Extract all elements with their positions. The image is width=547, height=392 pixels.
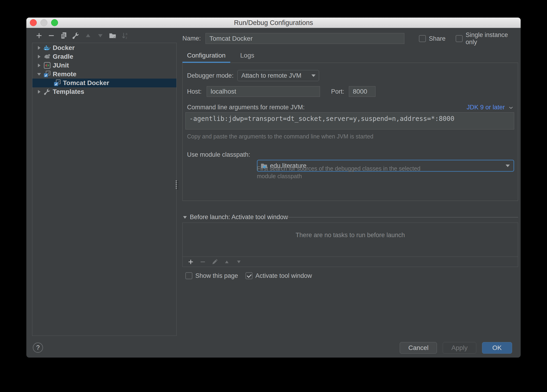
show-this-page-label: Show this page (195, 272, 238, 279)
configurations-tree: Docker Gradle JUnit Remote Tomcat Docker (32, 43, 177, 336)
module-classpath-label: Use module classpath: (187, 149, 250, 161)
remove-icon[interactable] (199, 258, 206, 265)
docker-icon (43, 44, 51, 52)
module-hint-line2: module classpath (257, 173, 302, 180)
tree-item-label: JUnit (53, 62, 69, 69)
host-label: Host: (187, 86, 202, 97)
before-launch-header[interactable]: Before launch: Activate tool window (182, 214, 288, 221)
tree-item-remote[interactable]: Remote (32, 70, 176, 79)
tree-item-junit[interactable]: JUnit (32, 61, 176, 70)
move-down-icon[interactable] (235, 258, 242, 265)
cmdline-input[interactable]: -agentlib:jdwp=transport=dt_socket,serve… (185, 112, 514, 129)
help-button[interactable]: ? (33, 343, 43, 353)
chevron-down-icon (311, 74, 315, 77)
tree-item-label: Templates (53, 88, 84, 95)
tab-logs[interactable]: Logs (240, 52, 254, 59)
port-input[interactable]: 8000 (349, 86, 376, 97)
debugger-mode-dropdown[interactable]: Attach to remote JVM (237, 70, 319, 81)
tree-item-docker[interactable]: Docker (32, 43, 176, 52)
tree-item-label: Docker (53, 44, 75, 52)
jdk-selector-label[interactable]: JDK 9 or later (466, 104, 505, 111)
section-divider (283, 217, 518, 217)
debugger-mode-label: Debugger mode: (187, 70, 233, 81)
share-options: Share Single instance only (419, 34, 521, 43)
titlebar: Run/Debug Configurations (26, 18, 521, 28)
share-checkbox[interactable] (419, 35, 426, 42)
activate-tool-window-label: Activate tool window (255, 272, 312, 279)
svg-text:a: a (126, 32, 127, 36)
active-tab-underline (182, 62, 230, 63)
cmdline-hint: Copy and paste the arguments to the comm… (187, 133, 373, 140)
tasks-toolbar (183, 257, 518, 267)
show-this-page-checkbox[interactable] (185, 272, 192, 279)
debugger-mode-value: Attach to remote JVM (241, 72, 301, 79)
expand-right-icon[interactable] (36, 45, 42, 50)
apply-button[interactable]: Apply (443, 342, 476, 354)
name-label: Name: (182, 33, 201, 44)
move-down-icon[interactable] (96, 32, 104, 40)
tree-item-label: Remote (53, 70, 76, 78)
before-launch-title: Before launch: Activate tool window (190, 214, 288, 221)
expand-down-icon[interactable] (36, 72, 42, 76)
chevron-down-icon (506, 165, 510, 167)
remote-icon (43, 70, 51, 78)
move-up-icon[interactable] (223, 258, 230, 265)
remove-icon[interactable] (48, 32, 55, 40)
tree-item-label: Tomcat Docker (63, 79, 109, 87)
gradle-icon (43, 53, 51, 60)
svg-text:z: z (126, 36, 127, 40)
configuration-panel (182, 63, 518, 201)
splitter-handle[interactable] (175, 180, 178, 192)
single-instance-label: Single instance only (466, 31, 521, 46)
tree-item-tomcat-docker[interactable]: Tomcat Docker (32, 79, 176, 87)
before-launch-tasks: There are no tasks to run before launch (182, 223, 518, 267)
expand-down-icon[interactable] (182, 215, 187, 219)
tree-item-gradle[interactable]: Gradle (32, 52, 176, 61)
run-debug-configurations-dialog: Run/Debug Configurations az Docker Gra (26, 18, 521, 358)
new-folder-icon[interactable] (109, 32, 116, 40)
name-input[interactable]: Tomcat Docker (205, 33, 404, 44)
expand-right-icon[interactable] (36, 63, 42, 68)
window-title: Run/Debug Configurations (26, 18, 521, 28)
no-tasks-message: There are no tasks to run before launch (183, 232, 518, 239)
remote-icon (54, 79, 61, 87)
chevron-down-icon (508, 106, 513, 109)
copy-icon[interactable] (60, 32, 68, 40)
tree-item-templates[interactable]: Templates (32, 87, 176, 96)
add-icon[interactable] (187, 258, 194, 265)
sort-alphabetically-icon[interactable]: az (121, 32, 129, 40)
wrench-icon (43, 88, 51, 95)
activate-tool-window-checkbox[interactable] (246, 272, 253, 279)
expand-right-icon[interactable] (36, 54, 42, 59)
single-instance-checkbox[interactable] (456, 35, 463, 42)
cancel-button[interactable]: Cancel (400, 342, 437, 354)
module-hint-line1: First search for sources of the debugged… (257, 165, 420, 172)
jdk-selector[interactable]: JDK 9 or later (187, 104, 513, 111)
expand-right-icon[interactable] (36, 89, 42, 94)
move-up-icon[interactable] (84, 32, 92, 40)
edit-pencil-icon[interactable] (211, 258, 218, 265)
tab-configuration[interactable]: Configuration (187, 52, 226, 59)
share-label: Share (429, 35, 445, 42)
page-options: Show this page Activate tool window (185, 271, 312, 280)
ok-button[interactable]: OK (482, 342, 512, 354)
edit-wrench-icon[interactable] (72, 32, 80, 40)
host-input[interactable]: localhost (207, 86, 320, 97)
add-icon[interactable] (35, 32, 43, 40)
tree-toolbar: az (35, 32, 129, 40)
port-label: Port: (331, 86, 344, 97)
dialog-buttons: Cancel Apply OK (400, 342, 512, 354)
tree-item-label: Gradle (53, 53, 73, 60)
junit-icon (43, 62, 51, 69)
